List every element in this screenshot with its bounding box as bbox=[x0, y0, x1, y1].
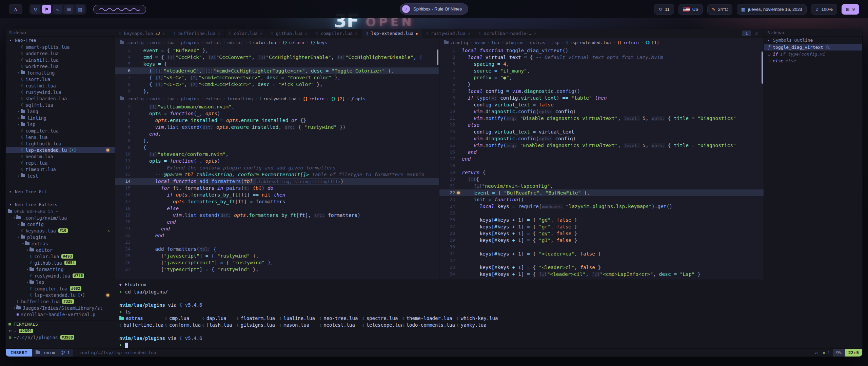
code-line[interactable]: 7 end, bbox=[115, 130, 439, 137]
code-line[interactable]: 7 local config = vim.diagnostic.config() bbox=[439, 88, 764, 95]
terminal-item[interactable]: ⊟~/.c/n/l/plugins#3980 bbox=[6, 334, 115, 341]
breadcrumb-item[interactable]: return bbox=[309, 96, 324, 101]
tree-item[interactable]: ☾compiler.lua bbox=[6, 127, 115, 134]
code-line[interactable]: 6 } bbox=[439, 81, 764, 88]
tree-item[interactable]: ☾rustywind.lua bbox=[6, 89, 115, 95]
tree-item[interactable]: ☾rustywind.lua#726 bbox=[6, 272, 115, 279]
breadcrumb-item[interactable]: extras bbox=[205, 40, 221, 45]
breadcrumb-item[interactable]: lsp bbox=[552, 40, 559, 45]
breadcrumb-item[interactable]: nvim bbox=[150, 40, 160, 45]
code-line[interactable]: 24 add_formatters(tbl: { bbox=[115, 246, 439, 252]
neotree-section-header[interactable]: ▾ Neo-Tree bbox=[6, 36, 115, 44]
tree-item[interactable]: ☾keymaps.lua#10⚠ bbox=[6, 227, 115, 234]
code-line[interactable]: 17 opts.formatters_by_ft[ft] = formatter… bbox=[115, 198, 439, 205]
tree-item[interactable]: ☾github.lua#654 bbox=[6, 260, 115, 266]
code-line[interactable]: 15 for ft, formatters in pairs(t: tbl) d… bbox=[115, 185, 439, 191]
code-line[interactable]: 10 vim.diagnostic.config(opts: config) bbox=[439, 108, 764, 115]
terminals-section-header[interactable]: ⊟ TERMINALS bbox=[6, 320, 115, 328]
tree-item[interactable]: ☾timeout.lua bbox=[6, 166, 115, 172]
code-line[interactable]: 21 end bbox=[115, 225, 439, 232]
code-line[interactable]: 21 [1]"neovim/nvim-lspconfig", bbox=[439, 183, 764, 189]
outline-item[interactable]: □elseelse bbox=[764, 57, 862, 64]
code-line[interactable]: 26 keys[#keys + 1] = { "gd", false } bbox=[439, 217, 764, 223]
tab-color.lua[interactable]: ☾color.lua× bbox=[225, 29, 267, 38]
code-line[interactable]: 22 event = { "BufReadPre", "BufNewFile" … bbox=[439, 189, 764, 196]
code-line[interactable]: 9 { bbox=[115, 144, 439, 151]
tree-item[interactable]: ☾neodim.lua bbox=[6, 153, 115, 160]
outline-item[interactable]: □ifif type(config.vi bbox=[764, 50, 862, 57]
code-line[interactable]: 6 vim.list_extend(dst: opts.ensure_insta… bbox=[115, 124, 439, 130]
neotree-git-section-header[interactable]: ▸ Neo-Tree Git bbox=[6, 188, 115, 195]
code-line[interactable]: 28 keys[#keys + 1] = { "gy", false } bbox=[439, 230, 764, 237]
code-line[interactable]: 4 cmd = { [1]"CccPick", [2]"CccConvert",… bbox=[115, 54, 439, 61]
close-icon[interactable]: × bbox=[162, 31, 165, 36]
tree-item[interactable]: ▾.config/nvim/lua bbox=[6, 215, 115, 221]
close-icon[interactable]: × bbox=[468, 31, 471, 36]
tree-item[interactable]: ☾sqlfmt.lua bbox=[6, 102, 115, 108]
breadcrumb-item[interactable]: .config bbox=[126, 96, 144, 101]
tree-item[interactable]: ▾formatting bbox=[6, 69, 115, 76]
breadcrumb-item[interactable]: extras bbox=[205, 96, 221, 101]
tree-item[interactable]: ☾repl.lua bbox=[6, 160, 115, 166]
code-line[interactable]: 31 keys[#keys + 1] = { "<leader>ca", fal… bbox=[439, 250, 764, 257]
breadcrumb-item[interactable]: .config bbox=[126, 40, 144, 45]
tray-widget[interactable]: ⊞9 bbox=[842, 4, 859, 15]
tabpage-2[interactable]: 2 bbox=[752, 30, 761, 36]
code-line[interactable]: 26 ["javascriptreact"] = { "rustywind" }… bbox=[115, 259, 439, 266]
temperature-widget[interactable]: ✎24°C bbox=[707, 4, 732, 15]
code-line[interactable]: 22 end bbox=[115, 232, 439, 239]
breadcrumb-item[interactable]: opts bbox=[355, 96, 366, 101]
code-line[interactable]: 14 vim.diagnostic.config(opts: config) bbox=[439, 135, 764, 142]
tree-item[interactable]: ☾lens.lua bbox=[6, 134, 115, 140]
breadcrumb-item[interactable]: lsp-extended.lua bbox=[570, 40, 611, 45]
breadcrumb-item[interactable]: plugins bbox=[181, 96, 199, 101]
tree-item[interactable]: ▾formatting bbox=[6, 266, 115, 272]
symbols-outline-header[interactable]: ▾ Symbols Outline bbox=[764, 36, 862, 44]
breadcrumb-item[interactable]: lua bbox=[167, 40, 175, 45]
breadcrumb-item[interactable]: lua bbox=[491, 40, 499, 45]
breadcrumb-item[interactable]: editor bbox=[227, 40, 242, 45]
close-icon[interactable]: × bbox=[355, 31, 358, 36]
code-line[interactable]: 33 keys[#keys + 1] = { "<leader>cl", fal… bbox=[439, 264, 764, 271]
tab-github.lua[interactable]: ☾github.lua× bbox=[267, 29, 312, 38]
tree-item[interactable]: ▾plugins bbox=[6, 234, 115, 240]
tab-rustywind.lua[interactable]: ☾rustywind.lua× bbox=[422, 29, 475, 38]
workspace-button-1[interactable]: ↻ bbox=[31, 5, 40, 14]
breadcrumb-item[interactable]: return bbox=[289, 40, 304, 45]
code-line[interactable]: 5 opts.ensure_installed = opts.ensure_in… bbox=[115, 117, 439, 124]
code-line[interactable]: 9 config.virtual_text = false bbox=[439, 101, 764, 108]
tree-item[interactable]: ▾editor bbox=[6, 247, 115, 253]
breadcrumb-item[interactable]: nvim bbox=[475, 40, 485, 45]
now-playing-widget[interactable]: ♪ Spiritbox - Rule Of Nines bbox=[400, 3, 468, 15]
code-line[interactable]: 14 local function add_formatters(tbl :ta… bbox=[115, 178, 439, 185]
tree-item[interactable]: ☾bufferline.lua#328 bbox=[6, 298, 115, 305]
tree-item[interactable]: ▸linting bbox=[6, 115, 115, 121]
breadcrumb-item[interactable]: [2] bbox=[337, 96, 345, 101]
code-line[interactable]: 9 }, bbox=[115, 88, 439, 94]
outline-item[interactable]: ƒtoggle_diag_virtextfu bbox=[764, 44, 862, 50]
code-line[interactable]: 11 opts = function(_, opts) bbox=[115, 158, 439, 164]
code-line[interactable]: 23 bbox=[115, 239, 439, 246]
code-line[interactable]: 17end bbox=[439, 156, 764, 162]
tree-item[interactable]: ▾lsp bbox=[6, 279, 115, 285]
tree-item[interactable]: ☾lightbulb.lua bbox=[6, 140, 115, 147]
code-line[interactable]: 12 else bbox=[439, 122, 764, 128]
code-line[interactable]: 8 }, bbox=[115, 137, 439, 144]
code-line[interactable]: 8 { [1]"<C-c>", [2]"<cmd>CccPick<cr>", d… bbox=[115, 81, 439, 88]
volume-widget[interactable]: ♫100% bbox=[811, 4, 837, 15]
code-line[interactable]: 6 { [1]"<leader>uC", [2]"<cmd>CccHighlig… bbox=[115, 67, 439, 74]
code-line[interactable]: 34 keys[#keys + 1] = { [1]"<leader>cil",… bbox=[439, 271, 764, 278]
code-line[interactable]: 4 opts = function(_, opts) bbox=[115, 110, 439, 117]
tab-compiler.lua[interactable]: ☾compiler.lua× bbox=[312, 29, 362, 38]
code-line[interactable]: 13 config.virtual_text = virtual_text bbox=[439, 128, 764, 135]
launcher-button[interactable]: ∧ bbox=[9, 4, 22, 14]
code-line[interactable]: 1local function toggle_diag_virtext() bbox=[439, 47, 764, 54]
tab-keymaps.lua[interactable]: ☾keymaps.lua⚠3× bbox=[115, 29, 169, 38]
workspace-button-4[interactable]: ⊞ bbox=[64, 5, 74, 14]
code-line[interactable]: 3 event = { "BufRead" }, bbox=[115, 47, 439, 54]
keyboard-layout-widget[interactable]: US bbox=[678, 4, 703, 15]
code-line[interactable]: 5 prefix = "●", bbox=[439, 74, 764, 81]
code-line[interactable]: 3 [1]"williamboman/mason.nvim", bbox=[115, 103, 439, 110]
code-line[interactable]: 15 vim.notify(msg: "Enabled diagnostics … bbox=[439, 142, 764, 149]
tree-item[interactable]: ▾extras bbox=[6, 240, 115, 247]
